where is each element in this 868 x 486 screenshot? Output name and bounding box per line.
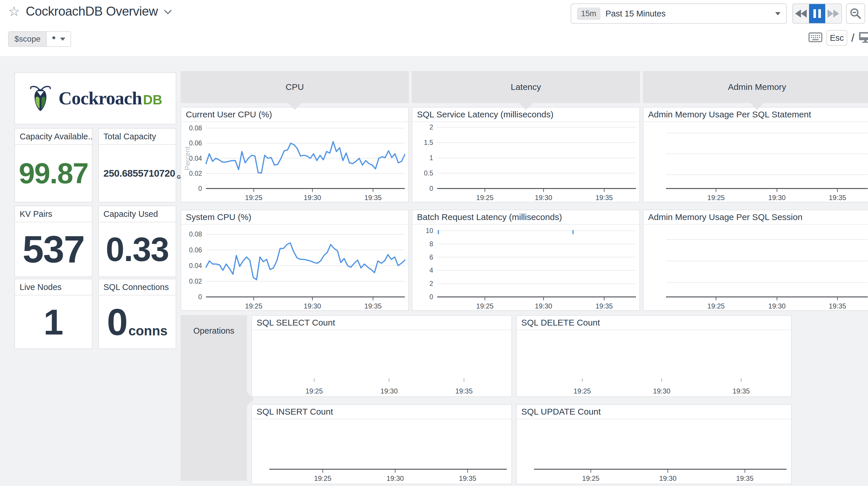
title-chevron-down-icon[interactable]	[163, 9, 172, 16]
tv-mode-icon[interactable]	[859, 31, 868, 44]
rewind-button[interactable]	[793, 4, 809, 23]
svg-text:2: 2	[429, 123, 433, 131]
svg-text:0: 0	[198, 185, 202, 192]
svg-text:19:25: 19:25	[707, 194, 725, 201]
stat-label: Total Capacity	[99, 128, 176, 145]
svg-text:8: 8	[429, 240, 433, 248]
pause-icon	[813, 9, 822, 19]
chart-title: Batch Request Latency (milliseconds)	[412, 210, 640, 225]
favorite-star-icon[interactable]: ☆	[8, 5, 20, 18]
stat-value: 537	[23, 228, 84, 271]
svg-text:19:25: 19:25	[245, 302, 262, 310]
svg-text:0.04: 0.04	[189, 262, 202, 269]
chart-sql-update-count[interactable]: SQL UPDATE Count 19:2519:3019:35	[516, 404, 792, 484]
svg-text:4: 4	[429, 266, 433, 274]
slash-separator: /	[851, 32, 855, 44]
svg-text:0.08: 0.08	[189, 230, 202, 238]
svg-text:19:35: 19:35	[364, 302, 382, 310]
stat-kv-pairs[interactable]: KV Pairs 537	[14, 205, 92, 277]
chart-batch-request-latency[interactable]: Batch Request Latency (milliseconds) 024…	[412, 209, 640, 311]
chart-sql-service-latency[interactable]: SQL Service Latency (milliseconds) 00.51…	[412, 107, 640, 202]
svg-text:19:25: 19:25	[476, 194, 494, 201]
svg-text:19:30: 19:30	[535, 302, 552, 310]
svg-text:19:35: 19:35	[364, 194, 382, 201]
page-title: CockroachDB Overview	[26, 4, 158, 19]
stat-value: 1	[43, 302, 64, 343]
chart-admin-memory-per-sql-statement[interactable]: Admin Memory Usage Per SQL Statement 19:…	[643, 107, 868, 202]
fast-forward-icon	[827, 9, 840, 19]
zoom-out-button[interactable]	[846, 3, 865, 24]
svg-text:19:30: 19:30	[653, 387, 670, 395]
svg-text:0.06: 0.06	[189, 246, 202, 254]
chart-title: SQL INSERT Count	[252, 405, 512, 419]
stat-value: 99.87	[19, 157, 88, 190]
svg-text:0.06: 0.06	[189, 139, 202, 147]
stat-capacity-used[interactable]: Capacity Used 0.33	[98, 205, 176, 277]
svg-text:19:25: 19:25	[314, 475, 332, 482]
svg-text:10: 10	[426, 227, 433, 234]
svg-text:0: 0	[198, 293, 202, 301]
pause-button[interactable]	[809, 4, 825, 23]
chart-sql-delete-count[interactable]: SQL DELETE Count 19:2519:3019:35	[516, 315, 792, 397]
time-playback-controls	[792, 3, 842, 24]
plot-area[interactable]: 00.020.040.060.0819:2519:3019:35	[181, 122, 408, 202]
header-shortcuts: Esc /	[808, 30, 868, 46]
svg-text:1.5: 1.5	[424, 139, 433, 146]
scope-variable-value: *	[52, 34, 56, 44]
svg-text:19:35: 19:35	[736, 475, 753, 482]
logo-wordmark: Cockroach	[59, 88, 142, 108]
svg-text:19:30: 19:30	[304, 194, 321, 201]
stat-live-nodes[interactable]: Live Nodes 1	[14, 279, 92, 349]
template-variable-scope[interactable]: $scope *	[8, 31, 71, 47]
chart-current-user-cpu[interactable]: Current User CPU (%) Percent 00.020.040.…	[181, 107, 409, 202]
plot-area[interactable]: 19:2519:3019:35	[517, 330, 791, 396]
plot-area[interactable]: 19:2519:3019:35	[644, 225, 868, 310]
group-label: CPU	[285, 82, 304, 92]
chart-admin-memory-per-sql-session[interactable]: Admin Memory Usage Per SQL Session 19:25…	[643, 209, 868, 311]
stat-label: Capacity Available...	[15, 128, 92, 145]
chart-sql-insert-count[interactable]: SQL INSERT Count 19:2519:3019:35	[251, 404, 512, 484]
cockroachdb-logo-card[interactable]: CockroachDB	[14, 72, 176, 124]
group-header-cpu[interactable]: CPU	[181, 71, 409, 103]
chart-system-cpu[interactable]: System CPU (%) 00.020.040.060.0819:2519:…	[181, 209, 409, 311]
time-range-caret-icon	[775, 12, 780, 15]
group-header-latency[interactable]: Latency	[412, 71, 640, 103]
chart-sql-select-count[interactable]: SQL SELECT Count 19:2519:3019:35	[251, 315, 512, 397]
plot-area[interactable]: 00.511.5219:2519:3019:35	[412, 122, 640, 202]
dashboard: ☆ CockroachDB Overview 15m Past 15 Minut…	[0, 0, 868, 486]
svg-text:19:25: 19:25	[707, 302, 725, 310]
keyboard-icon[interactable]	[808, 32, 823, 44]
svg-text:19:35: 19:35	[459, 475, 476, 482]
scope-caret-icon	[60, 37, 65, 41]
svg-text:0.5: 0.5	[424, 169, 433, 177]
group-header-operations[interactable]: Operations	[181, 315, 247, 481]
group-latency-notch	[519, 103, 533, 110]
group-header-admin-memory[interactable]: Admin Memory	[643, 71, 868, 103]
stat-sql-connections[interactable]: SQL Connections 0conns	[98, 279, 176, 349]
svg-text:19:35: 19:35	[455, 387, 473, 395]
chart-title: System CPU (%)	[181, 210, 408, 225]
plot-area[interactable]: 19:2519:3019:35	[517, 419, 791, 484]
svg-text:0.08: 0.08	[189, 124, 202, 132]
plot-area[interactable]: 00.020.040.060.0819:2519:3019:35	[181, 225, 408, 310]
svg-text:19:25: 19:25	[574, 387, 591, 395]
svg-text:19:25: 19:25	[582, 475, 599, 482]
fast-forward-button[interactable]	[825, 4, 841, 23]
cockroach-bug-icon	[29, 82, 52, 115]
svg-text:0: 0	[429, 293, 433, 301]
stat-capacity-available[interactable]: Capacity Available... 99.87	[14, 128, 92, 202]
group-operations-notch	[247, 392, 254, 406]
time-range-picker[interactable]: 15m Past 15 Minutes	[571, 3, 787, 24]
svg-text:19:35: 19:35	[595, 194, 613, 201]
svg-text:19:25: 19:25	[476, 302, 494, 310]
stat-label: KV Pairs	[15, 206, 92, 222]
svg-text:19:35: 19:35	[595, 302, 613, 310]
svg-text:19:30: 19:30	[768, 194, 786, 201]
plot-area[interactable]: 19:2519:3019:35	[644, 122, 868, 202]
plot-area[interactable]: 19:2519:3019:35	[252, 330, 512, 396]
y-axis-title: Percent	[184, 147, 192, 171]
group-cpu-notch	[288, 103, 302, 110]
stat-total-capacity[interactable]: Total Capacity 250.6855710720GB	[98, 128, 176, 202]
plot-area[interactable]: 19:2519:3019:35	[252, 419, 512, 484]
plot-area[interactable]: 024681019:2519:3019:35	[412, 225, 640, 310]
